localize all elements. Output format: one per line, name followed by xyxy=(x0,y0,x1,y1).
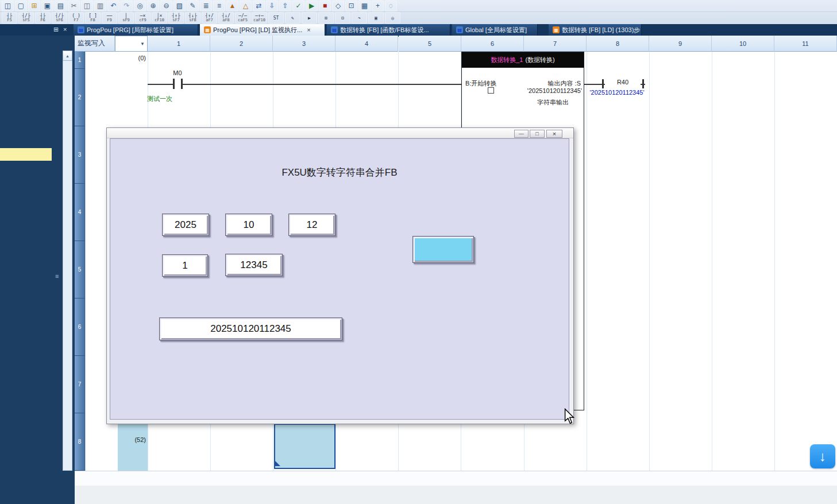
copy-icon[interactable]: ◫ xyxy=(81,1,93,11)
invert-operation-icon[interactable]: ─/─caF5 xyxy=(235,12,250,24)
device-comment-icon[interactable]: ✎ xyxy=(187,1,199,11)
coil-icon[interactable]: ( )F7 xyxy=(68,12,84,24)
contact-bar-left xyxy=(173,79,175,89)
column-header-3: 3 xyxy=(273,36,335,52)
row-number-1: 1 xyxy=(75,52,85,69)
output-device-label[interactable]: R40 xyxy=(605,79,641,88)
help-icon[interactable]: ◌ xyxy=(385,1,397,11)
cut-icon[interactable]: ✂ xyxy=(68,1,80,11)
dialog-title-text: FX5U数字转字符串合并FB xyxy=(110,166,569,179)
toolbar: ◫▢⊞▣▤✂◫▥↶↷◎⊕⊖▧✎≣≡▲△⇄⇩⇧✓▶■◇⊡▦+◌ ┤├F5┤/├sF… xyxy=(0,0,837,25)
scroll-to-bottom-button[interactable]: ↓ xyxy=(810,444,835,468)
open-contact-icon[interactable]: ┤├F5 xyxy=(2,12,17,24)
tab-global-labels[interactable]: ▤ Global [全局标签设置] xyxy=(452,24,538,36)
open-branch-icon[interactable]: ┤├F6 xyxy=(35,12,51,24)
jump-label-icon[interactable]: ↷ xyxy=(352,12,367,24)
tab-close-icon[interactable]: × xyxy=(307,26,310,33)
convert-all-icon[interactable]: △ xyxy=(240,1,252,11)
fb-type-name: (数据转换) xyxy=(525,56,554,64)
change-window-icon[interactable]: ◫ xyxy=(2,1,14,11)
convert-icon[interactable]: ▲ xyxy=(226,1,238,11)
selected-cell[interactable] xyxy=(274,424,335,469)
delete-horizontal-line-icon[interactable]: ─×cF9 xyxy=(135,12,151,24)
monitor-mode-combo[interactable]: ▼ xyxy=(115,36,148,52)
undo-icon[interactable]: ↶ xyxy=(107,1,119,11)
tab-fb-labels[interactable]: ▤ 数据转换 [FB] [函数/FB标签设... xyxy=(327,24,450,36)
panel-pin-icon[interactable]: ⊞ xyxy=(53,26,59,33)
device-test-icon[interactable]: ⊟ xyxy=(335,12,350,24)
rising-pulse-close-icon[interactable]: ┤↑/aF7 xyxy=(202,12,217,24)
inline-st-icon[interactable]: ST xyxy=(268,12,284,24)
read-from-plc-icon[interactable]: ⇧ xyxy=(279,1,291,11)
label-editor-icon: ▤ xyxy=(331,26,338,33)
monitor-mode-label: 监视写入 xyxy=(75,36,115,52)
monitor-stop-icon[interactable]: ■ xyxy=(319,1,331,11)
zoom-out-icon[interactable]: ⊖ xyxy=(160,1,172,11)
application-instruction-icon[interactable]: [ ]F8 xyxy=(85,12,101,24)
device-list-icon[interactable]: ▦ xyxy=(358,1,371,11)
column-header-11: 11 xyxy=(774,36,837,52)
open-project-icon[interactable]: ⊞ xyxy=(28,1,40,11)
result-field[interactable]: 202510120112345 xyxy=(159,317,342,340)
rising-pulse-icon[interactable]: ┤↑├sF7 xyxy=(168,12,184,24)
edit-mode-icon[interactable]: ✎ xyxy=(285,12,300,24)
zoom-in-icon[interactable]: ⊕ xyxy=(147,1,159,11)
redo-icon[interactable]: ↷ xyxy=(121,1,133,11)
save-project-icon[interactable]: ▣ xyxy=(41,1,53,11)
fb-output-comment: 字符串输出 xyxy=(537,98,569,107)
fb-demo-window[interactable]: — □ × FX5U数字转字符串合并FB 2025 10 12 1 12345 … xyxy=(106,127,574,424)
program-check-icon[interactable]: + xyxy=(372,1,384,11)
convert-button[interactable] xyxy=(412,236,474,263)
scroll-up-icon[interactable]: ▲ xyxy=(63,51,72,61)
monitor-start-icon[interactable]: ▶ xyxy=(306,1,318,11)
chevron-down-icon: ▼ xyxy=(140,41,145,46)
screen-display-icon[interactable]: ▧ xyxy=(173,1,186,11)
close-icon[interactable]: × xyxy=(546,130,562,138)
cross-reference-icon[interactable]: ⊡ xyxy=(345,1,357,11)
restore-icon[interactable]: □ xyxy=(530,130,545,138)
editor-background xyxy=(75,486,837,504)
minimize-icon[interactable]: — xyxy=(514,130,529,138)
verify-icon[interactable]: ✓ xyxy=(292,1,304,11)
day-field[interactable]: 12 xyxy=(288,214,335,236)
panel-close-icon[interactable]: × xyxy=(63,26,67,33)
contact-device-label[interactable]: M0 xyxy=(165,69,190,76)
ladder-editor-icon: ▦ xyxy=(204,26,211,33)
note-icon[interactable]: ≡ xyxy=(213,1,225,11)
fb-paste-icon[interactable]: ▣ xyxy=(368,12,384,24)
vertical-line-icon[interactable]: │sF9 xyxy=(118,12,134,24)
print-icon[interactable]: ▤ xyxy=(55,1,67,11)
closed-branch-icon[interactable]: ┤/├sF6 xyxy=(52,12,67,24)
fb-instance-name: 数据转换_1 xyxy=(491,56,523,64)
comment-display-icon[interactable]: ⊞ xyxy=(318,12,334,24)
selected-tree-item-highlight[interactable] xyxy=(0,148,52,161)
hour-field[interactable]: 1 xyxy=(162,254,208,277)
tab-fb-ld[interactable]: ▦ 数据转换 [FB] [LD] (1303)步 xyxy=(549,24,642,36)
fb-output-monitor-value: '202510120112345' xyxy=(513,87,582,94)
falling-pulse-close-icon[interactable]: ┤↓/aF8 xyxy=(218,12,234,24)
panel-scrollbar[interactable] xyxy=(63,51,72,471)
horizontal-line-icon[interactable]: ──F9 xyxy=(102,12,117,24)
online-connect-icon[interactable]: ⇄ xyxy=(253,1,265,11)
monitor-mode-icon[interactable]: ▶ xyxy=(302,12,317,24)
tab-progpou-ld-monitor[interactable]: ▦ ProgPou [PRG] [LD] 监视执行... × xyxy=(200,24,325,36)
fb-bool-input-terminal xyxy=(488,87,494,94)
statement-icon[interactable]: ≣ xyxy=(200,1,212,11)
falling-pulse-icon[interactable]: ┤↓├sF8 xyxy=(185,12,200,24)
year-field[interactable]: 2025 xyxy=(162,214,209,236)
closed-contact-icon[interactable]: ┤/├sF5 xyxy=(18,12,34,24)
write-to-plc-icon[interactable]: ⇩ xyxy=(266,1,278,11)
delete-vertical-line-icon[interactable]: │×cF10 xyxy=(152,12,167,24)
month-field[interactable]: 10 xyxy=(225,214,272,236)
pulse-operation-icon[interactable]: ─↑─caF10 xyxy=(252,12,267,24)
serial-field[interactable]: 12345 xyxy=(225,254,283,276)
find-icon[interactable]: ◎ xyxy=(134,1,146,11)
tab-progpou-local-labels[interactable]: ▤ ProgPou [PRG] [局部标签设置] xyxy=(74,24,198,36)
zoom-ladder-icon[interactable]: ◎ xyxy=(385,12,400,24)
splitter-grip-icon[interactable]: ≡ xyxy=(55,271,62,281)
new-project-icon[interactable]: ▢ xyxy=(15,1,27,11)
gx-works3-window: ◫▢⊞▣▤✂◫▥↶↷◎⊕⊖▧✎≣≡▲△⇄⇩⇧✓▶■◇⊡▦+◌ ┤├F5┤/├sF… xyxy=(0,0,837,504)
watch-icon[interactable]: ◇ xyxy=(332,1,344,11)
dialog-title-bar[interactable] xyxy=(107,128,573,138)
paste-icon[interactable]: ▥ xyxy=(94,1,106,11)
